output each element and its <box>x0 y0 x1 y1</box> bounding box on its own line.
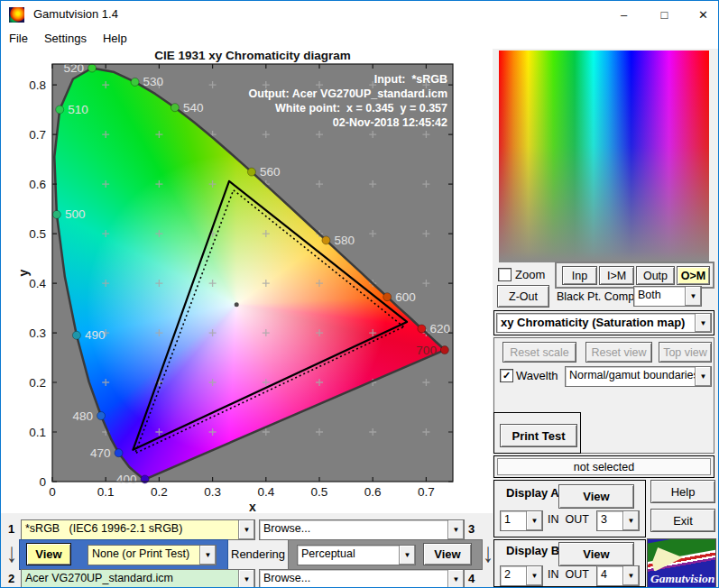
wavelength-checkbox-label: Wavelth <box>516 369 558 382</box>
svg-text:0.2: 0.2 <box>29 376 46 390</box>
top-view-button[interactable]: Top view <box>659 342 712 363</box>
window-title: Gamutvision 1.4 <box>33 7 118 21</box>
close-button[interactable]: ✕ <box>683 1 719 28</box>
plot-mode-select[interactable]: xy Chromaticity (Saturation map) ▼ <box>496 313 712 333</box>
svg-text:0.5: 0.5 <box>311 485 328 499</box>
view-input-button[interactable]: View <box>26 543 71 565</box>
display-a-view-button[interactable]: View <box>558 484 634 509</box>
print-test-frame: Print Test <box>493 412 581 454</box>
status-frame: not selected <box>493 455 714 478</box>
chart-title: CIE 1931 xy Chromaticity diagram <box>52 49 453 64</box>
chevron-down-icon[interactable]: ▼ <box>238 520 254 539</box>
svg-text:y: y <box>16 269 31 276</box>
maximize-button[interactable]: □ <box>644 1 685 28</box>
display-b-in-select[interactable]: 2 ▼ <box>500 565 543 586</box>
boundaries-select[interactable]: Normal/gamut boundaries ▼ <box>565 366 712 387</box>
chevron-down-icon[interactable]: ▼ <box>622 511 639 530</box>
spectral-locus-fill <box>52 64 453 482</box>
zoom-checkbox[interactable] <box>498 268 512 281</box>
logo-text: Gamutvision <box>650 572 714 586</box>
svg-text:0.4: 0.4 <box>29 277 46 290</box>
exit-button[interactable]: Exit <box>650 509 715 532</box>
svg-text:0.8: 0.8 <box>29 78 46 92</box>
slot-4-label: 4 <box>468 572 475 585</box>
chromaticity-figure: CIE 1931 xy Chromaticity diagram 4004704… <box>1 49 493 513</box>
gamut-view-button-group: Inp I>M Outp O>M <box>555 262 714 289</box>
black-pt-comp-select[interactable]: Both ▼ <box>633 286 702 307</box>
display-b-out-select[interactable]: 4 ▼ <box>596 565 640 586</box>
display-a-group: Display A View 1 ▼ IN OUT 3 ▼ <box>493 480 646 537</box>
svg-text:0: 0 <box>39 475 46 489</box>
down-arrow-icon: ↓ <box>483 539 493 566</box>
chevron-down-icon[interactable]: ▼ <box>447 570 464 588</box>
chevron-down-icon[interactable]: ▼ <box>447 520 464 539</box>
display-a-title: Display A <box>506 486 559 500</box>
chevron-down-icon[interactable]: ▼ <box>526 566 542 585</box>
browse-bottom-select[interactable]: Browse... ▼ <box>259 569 465 588</box>
display-b-title: Display B <box>506 544 559 557</box>
svg-text:0: 0 <box>49 485 56 499</box>
o-to-m-button[interactable]: O>M <box>677 266 710 285</box>
menu-help[interactable]: Help <box>95 28 135 49</box>
hue-saturation-map[interactable] <box>499 51 709 262</box>
zoom-checkbox-label: Zoom <box>515 268 545 281</box>
browse-top-select[interactable]: Browse... ▼ <box>259 519 465 540</box>
svg-text:0.7: 0.7 <box>418 485 435 499</box>
minimize-button[interactable]: – <box>604 1 644 28</box>
z-out-button[interactable]: Z-Out <box>497 285 549 308</box>
svg-text:0.6: 0.6 <box>364 485 382 499</box>
chevron-down-icon[interactable]: ▼ <box>399 546 415 565</box>
chevron-down-icon[interactable]: ▼ <box>622 566 639 585</box>
svg-text:0.4: 0.4 <box>257 485 274 499</box>
display-a-in-select[interactable]: 1 ▼ <box>500 510 543 531</box>
inp-button[interactable]: Inp <box>562 266 597 285</box>
black-pt-comp-label: Black Pt. Comp. <box>557 290 638 303</box>
reset-view-button[interactable]: Reset view <box>585 342 652 363</box>
svg-text:0.2: 0.2 <box>151 485 168 499</box>
svg-text:0.7: 0.7 <box>29 128 46 142</box>
title-bar[interactable]: Gamutvision 1.4 – □ ✕ <box>1 1 718 28</box>
outp-button[interactable]: Outp <box>636 266 675 285</box>
output-profile-select[interactable]: Acer VG270UP_standard.icm ▼ <box>21 569 255 588</box>
view-output-button[interactable]: View <box>423 543 472 565</box>
menu-file[interactable]: File <box>1 28 36 49</box>
slot-3-label: 3 <box>468 522 475 536</box>
menu-bar: File Settings Help <box>1 28 718 49</box>
menu-settings[interactable]: Settings <box>36 28 95 49</box>
svg-text:0.1: 0.1 <box>97 485 115 499</box>
chevron-down-icon[interactable]: ▼ <box>685 287 701 306</box>
chevron-down-icon[interactable]: ▼ <box>199 546 216 565</box>
down-arrow-icon: ↓ <box>6 539 17 566</box>
chevron-down-icon[interactable]: ▼ <box>238 570 254 588</box>
chevron-down-icon[interactable]: ▼ <box>695 314 711 332</box>
svg-text:0.1: 0.1 <box>29 426 46 439</box>
display-b-group: Display B View 2 ▼ IN OUT 4 ▼ <box>493 539 646 587</box>
reset-scale-button[interactable]: Reset scale <box>502 342 576 363</box>
print-test-button[interactable]: Print Test <box>500 424 577 447</box>
wavelength-checkbox[interactable]: ✓ <box>500 369 513 382</box>
rendering-intent-select[interactable]: Perceptual ▼ <box>297 545 416 565</box>
display-b-view-button[interactable]: View <box>558 542 634 566</box>
display-a-inout-label: IN OUT <box>548 513 589 526</box>
check-icon: ✓ <box>502 370 511 381</box>
svg-text:0.3: 0.3 <box>29 326 46 340</box>
rendering-label: Rendering <box>231 547 285 561</box>
help-button[interactable]: Help <box>650 480 715 503</box>
chevron-down-icon[interactable]: ▼ <box>526 511 542 530</box>
app-window: Gamutvision 1.4 – □ ✕ File Settings Help… <box>0 0 719 588</box>
status-text: not selected <box>497 458 711 475</box>
svg-text:0.5: 0.5 <box>29 227 46 241</box>
i-to-m-button[interactable]: I>M <box>599 266 634 285</box>
gamutvision-logo: Gamutvision <box>647 538 716 588</box>
app-icon <box>9 7 24 23</box>
chevron-down-icon[interactable]: ▼ <box>695 367 711 386</box>
print-test-select[interactable]: None (or Print Test) ▼ <box>88 545 217 565</box>
display-a-out-select[interactable]: 3 ▼ <box>596 510 640 531</box>
svg-text:x: x <box>249 500 256 513</box>
slot-2-label: 2 <box>8 572 14 585</box>
mode-select-frame: xy Chromaticity (Saturation map) ▼ <box>493 310 714 335</box>
input-profile-select[interactable]: *sRGB (IEC6 1996-2.1 sRGB) ▼ <box>21 519 255 540</box>
display-b-inout-label: IN OUT <box>548 568 589 581</box>
svg-text:0.3: 0.3 <box>204 485 221 499</box>
chromaticity-plot[interactable] <box>52 64 453 482</box>
